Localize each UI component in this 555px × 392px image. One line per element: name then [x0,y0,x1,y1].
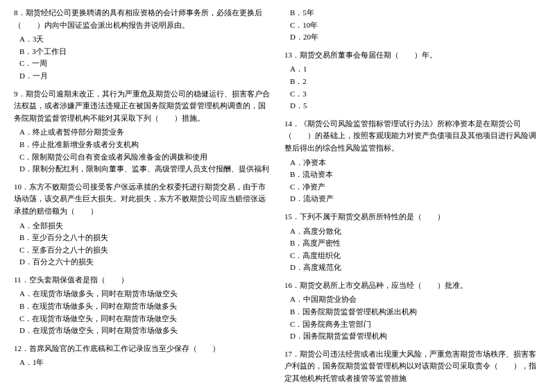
question-13-text: 13．期货交易所董事会每届任期（ ）年。 [284,49,541,62]
question-11-text: 11．空头套期保值者是指（ ） [14,274,271,287]
question-16-options: A．中国期货业协会 B．国务院期货监督管理机构派出机构 C．国务院商务主管部门 … [284,293,541,342]
question-13: 13．期货交易所董事会每届任期（ ）年。 A．1 B．2 C．3 D．5 [284,49,541,112]
question-12-options-right: B．5年 C．10年 D．20年 [284,7,541,44]
question-13-options: A．1 B．2 C．3 D．5 [284,63,541,112]
option-15b: B．高度严密性 [290,237,541,250]
question-9-text: 9．期货公司逾期未改正，其行为严重危及期货公司的稳健运行、损害客户合法权益，或者… [14,88,271,125]
question-17-text: 17．期货公司违法经营或者出现重大风险，严重危害期货市场秩序、损害客户利益的，国… [284,348,541,385]
question-10-options: A．全部损失 B．至少百分之八十的损失 C．至多百分之八十的损失 D．百分之六十… [14,220,271,269]
option-13a: A．1 [290,63,541,76]
question-14-text: 14．《期货公司风险监管指标管理试行办法》所称净资本是在期货公司（ ）的基础上，… [284,118,541,155]
option-10d: D．百分之六十的损失 [19,256,271,269]
option-10b: B．至少百分之八十的损失 [19,232,271,244]
option-16d: D．国务院期货监督管理机构 [290,330,541,343]
question-15-text: 15．下列不属于期货交易所所特性的是（ ） [284,211,541,223]
option-16a: A．中国期货业协会 [290,293,541,306]
option-15a: A．高度分散化 [290,225,541,238]
option-11b: B．在现货市场做多头，同时在期货市场做多头 [19,300,271,313]
option-14b: B．流动资本 [290,169,541,181]
option-16b: B．国务院期货监督管理机构派出机构 [290,306,541,318]
question-11: 11．空头套期保值者是指（ ） A．在现货市场做多头，同时在期货市场做空头 B．… [14,274,271,337]
question-8: 8．期货经纪公司更换聘请的具有相应资格的会计师事务所，必须在更换后（ ）内向中国… [14,7,271,83]
option-14a: A．净资本 [290,157,541,169]
question-12-cont: B．5年 C．10年 D．20年 [284,7,541,44]
option-13d: D．5 [290,100,541,112]
question-14-options: A．净资本 B．流动资本 C．净资产 D．流动资产 [284,157,541,205]
right-column: B．5年 C．10年 D．20年 13．期货交易所董事会每届任期（ ）年。 A．… [284,7,541,391]
option-9c: C．限制期货公司自有资金或者风险准备金的调拨和使用 [19,151,271,164]
option-15d: D．高度规范化 [290,262,541,274]
question-12-text: 12．首席风险官的工作底稿和工作记录应当至少保存（ ） [14,343,271,355]
question-9-options: A．终止或者暂停部分期货业务 B．停止批准新增业务或者分支机构 C．限制期货公司… [14,126,271,175]
option-11a: A．在现货市场做多头，同时在期货市场做空头 [19,288,271,300]
two-column-layout: 8．期货经纪公司更换聘请的具有相应资格的会计师事务所，必须在更换后（ ）内向中国… [14,7,541,391]
option-8d: D．一月 [19,70,271,83]
question-15-options: A．高度分散化 B．高度严密性 C．高度组织化 D．高度规范化 [284,225,541,274]
option-14c: C．净资产 [290,181,541,194]
option-13b: B．2 [290,76,541,88]
option-8b: B．3个工作日 [19,46,271,58]
question-11-options: A．在现货市场做多头，同时在期货市场做空头 B．在现货市场做多头，同时在期货市场… [14,288,271,336]
question-16: 16．期货交易所上市交易品种，应当经（ ）批准。 A．中国期货业协会 B．国务院… [284,280,541,343]
option-14d: D．流动资产 [290,193,541,205]
option-9b: B．停止批准新增业务或者分支机构 [19,139,271,151]
question-15: 15．下列不属于期货交易所所特性的是（ ） A．高度分散化 B．高度严密性 C．… [284,211,541,274]
question-8-text: 8．期货经纪公司更换聘请的具有相应资格的会计师事务所，必须在更换后（ ）内向中国… [14,7,271,31]
question-16-text: 16．期货交易所上市交易品种，应当经（ ）批准。 [284,280,541,292]
question-8-options: A．3天 B．3个工作日 C．一周 D．一月 [14,33,271,82]
option-9d: D．限制分配红利，限制向董事、监事、高级管理人员支付报酬、提供福利 [19,163,271,176]
option-11d: D．在现货市场做空头，同时在期货市场做多头 [19,325,271,337]
option-12c: C．10年 [290,19,541,32]
option-11c: C．在现货市场做空头，同时在期货市场做空头 [19,313,271,325]
option-12b: B．5年 [290,7,541,19]
option-10a: A．全部损失 [19,220,271,232]
question-12-options-left: A．1年 [14,357,271,369]
left-column: 8．期货经纪公司更换聘请的具有相应资格的会计师事务所，必须在更换后（ ）内向中国… [14,7,271,391]
question-10-text: 10．东方不败期货公司接受客户张远承揽的全权委托进行期货交易，由于市场动荡，该交… [14,181,271,218]
question-14: 14．《期货公司风险监管指标管理试行办法》所称净资本是在期货公司（ ）的基础上，… [284,118,541,205]
option-8c: C．一周 [19,58,271,70]
page-container: 8．期货经纪公司更换聘请的具有相应资格的会计师事务所，必须在更换后（ ）内向中国… [14,7,541,392]
option-8a: A．3天 [19,33,271,46]
option-10c: C．至多百分之八十的损失 [19,244,271,257]
question-12: 12．首席风险官的工作底稿和工作记录应当至少保存（ ） A．1年 [14,343,271,369]
option-12d: D．20年 [290,31,541,44]
option-16c: C．国务院商务主管部门 [290,318,541,331]
question-17: 17．期货公司违法经营或者出现重大风险，严重危害期货市场秩序、损害客户利益的，国… [284,348,541,385]
option-9a: A．终止或者暂停部分期货业务 [19,126,271,139]
question-10: 10．东方不败期货公司接受客户张远承揽的全权委托进行期货交易，由于市场动荡，该交… [14,181,271,269]
question-9: 9．期货公司逾期未改正，其行为严重危及期货公司的稳健运行、损害客户合法权益，或者… [14,88,271,176]
option-13c: C．3 [290,88,541,101]
option-12a: A．1年 [19,357,271,369]
option-15c: C．高度组织化 [290,250,541,262]
